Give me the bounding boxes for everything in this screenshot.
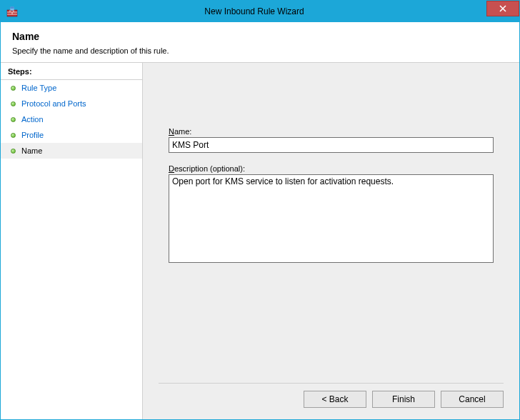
steps-pane: Steps: Rule Type Protocol and Ports Acti… (1, 63, 142, 419)
description-input[interactable] (169, 174, 494, 263)
step-label: Protocol and Ports (21, 99, 86, 108)
close-button[interactable] (486, 1, 519, 16)
step-name[interactable]: Name (1, 143, 142, 159)
steps-header: Steps: (1, 63, 142, 80)
page-title: Name (12, 31, 508, 42)
bullet-icon (11, 149, 16, 154)
finish-button[interactable]: Finish (372, 391, 435, 408)
step-label: Action (21, 115, 44, 124)
step-label: Rule Type (21, 84, 56, 92)
wizard-header: Name Specify the name and description of… (1, 22, 519, 62)
bullet-icon (11, 101, 16, 106)
name-label: Name: (169, 127, 494, 136)
name-input[interactable] (169, 137, 494, 153)
page-subtitle: Specify the name and description of this… (12, 46, 508, 55)
button-row: < Back Finish Cancel (159, 383, 504, 408)
step-label: Profile (21, 131, 44, 139)
close-icon (499, 5, 506, 12)
wizard-body: Steps: Rule Type Protocol and Ports Acti… (1, 62, 519, 419)
description-label: Description (optional): (169, 164, 494, 173)
content-pane: Name: Description (optional): < Back Fin… (142, 63, 519, 419)
step-action[interactable]: Action (1, 111, 142, 127)
firewall-icon (6, 6, 18, 18)
bullet-icon (11, 117, 16, 122)
bullet-icon (11, 86, 16, 91)
back-button[interactable]: < Back (304, 391, 366, 408)
step-protocol-and-ports[interactable]: Protocol and Ports (1, 96, 142, 111)
bullet-icon (11, 133, 16, 138)
window-title: New Inbound Rule Wizard (18, 6, 519, 16)
step-label: Name (21, 146, 42, 155)
step-rule-type[interactable]: Rule Type (1, 80, 142, 96)
cancel-button[interactable]: Cancel (441, 391, 504, 408)
client-area: Name Specify the name and description of… (1, 22, 519, 419)
step-profile[interactable]: Profile (1, 127, 142, 143)
titlebar: New Inbound Rule Wizard (1, 1, 519, 22)
